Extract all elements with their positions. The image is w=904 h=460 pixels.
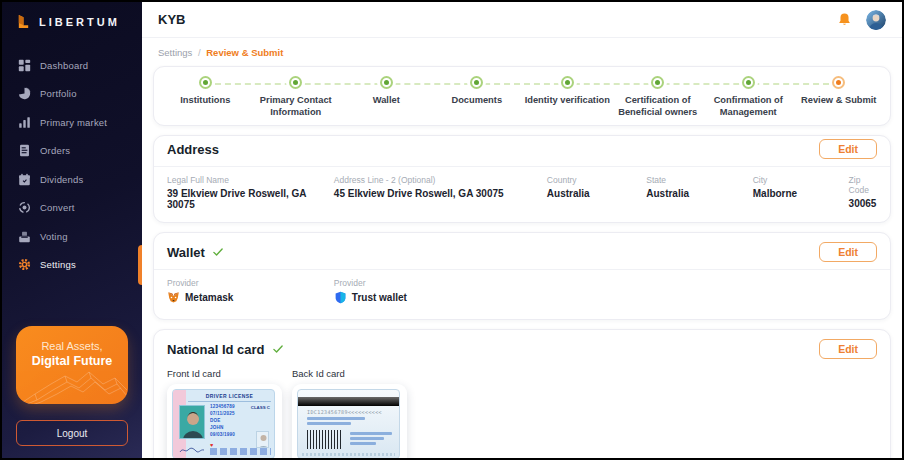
sidebar-item-label: Convert	[40, 202, 75, 213]
orders-icon	[18, 144, 31, 157]
field-legal-full-name: Legal Full Name 39 Elkview Drive Roswell…	[167, 175, 334, 210]
step-dot-done-icon	[199, 76, 212, 89]
field-zip-code: Zip Code 30065	[849, 175, 885, 210]
step-documents[interactable]: Documents	[432, 76, 523, 118]
license-footer-lines	[210, 448, 271, 455]
content-area: Institutions Primary Contact Information…	[142, 65, 902, 458]
metamask-icon	[167, 291, 180, 304]
national-id-edit-button[interactable]: Edit	[819, 339, 877, 359]
step-primary-contact-information[interactable]: Primary Contact Information	[251, 76, 342, 118]
brand-name: LIBERTUM	[39, 16, 120, 28]
convert-icon	[18, 201, 31, 214]
wallet-section-title: Wallet	[167, 245, 224, 260]
primary-market-icon	[18, 116, 31, 129]
step-review-and-submit[interactable]: Review & Submit	[794, 76, 885, 118]
sidebar-nav: Dashboard Portfolio Primary market Order…	[2, 51, 142, 279]
user-avatar[interactable]	[866, 10, 886, 30]
address-edit-button[interactable]: Edit	[819, 139, 877, 159]
wallet-provider-trust-wallet: Provider Trust wallet	[334, 278, 547, 304]
promo-line1: Real Assets,	[26, 340, 118, 352]
back-id-card-label: Back Id card	[292, 368, 407, 379]
brand-logo[interactable]: LIBERTUM	[2, 2, 142, 39]
sidebar-item-label: Portfolio	[40, 88, 77, 99]
libertum-logo-icon	[16, 14, 31, 29]
step-dot-current-icon	[832, 76, 845, 89]
portrait-photo	[179, 405, 205, 439]
field-city: City Malborne	[753, 175, 849, 210]
barcode	[307, 430, 341, 449]
front-id-card-image: DRIVER LICENSE 123456789 07/11/2025 DOE …	[167, 384, 282, 458]
wallet-card: Wallet Edit Provider Metamask	[153, 232, 891, 320]
dividends-icon	[18, 173, 31, 186]
breadcrumb-current: Review & Submit	[206, 47, 283, 58]
sidebar-item-convert[interactable]: Convert	[2, 194, 142, 223]
sidebar-item-dashboard[interactable]: Dashboard	[2, 51, 142, 80]
sidebar-item-label: Voting	[40, 231, 68, 242]
avatar-image	[866, 10, 886, 30]
step-dot-done-icon	[742, 76, 755, 89]
kyb-stepper: Institutions Primary Contact Information…	[160, 76, 884, 118]
perforation-dots	[302, 453, 395, 456]
sidebar-item-label: Orders	[40, 145, 70, 156]
field-address-line-2: Address Line - 2 (Optional) 45 Elkview D…	[334, 175, 547, 210]
driver-license-title: DRIVER LICENSE	[188, 393, 271, 402]
wallet-edit-button[interactable]: Edit	[819, 242, 877, 262]
portfolio-icon	[18, 87, 31, 100]
sidebar: LIBERTUM Dashboard Portfolio Primary mar…	[2, 2, 142, 458]
license-fields: 123456789 07/11/2025 DOE JOHN 09/03/1990	[210, 404, 235, 438]
data-bar	[307, 417, 365, 420]
back-id-card-image: IDC123456789<<<<<<<<<<	[292, 384, 407, 458]
sidebar-item-dividends[interactable]: Dividends	[2, 165, 142, 194]
signature-graphic	[179, 446, 205, 454]
ghost-photo	[256, 431, 269, 448]
data-bars	[350, 430, 391, 445]
sidebar-item-voting[interactable]: Voting	[2, 222, 142, 251]
license-class: CLASS C	[251, 405, 270, 410]
magnetic-stripe	[298, 397, 399, 406]
address-card: Address Edit Legal Full Name 39 Elkview …	[153, 135, 891, 223]
step-institutions[interactable]: Institutions	[160, 76, 251, 118]
notifications-button[interactable]	[837, 12, 852, 27]
sidebar-item-label: Dividends	[40, 174, 84, 185]
trust-wallet-icon	[334, 291, 347, 304]
sidebar-item-label: Settings	[40, 259, 76, 270]
sidebar-item-label: Primary market	[40, 117, 107, 128]
page-title: KYB	[158, 12, 185, 27]
address-section-title: Address	[167, 142, 219, 157]
promo-banner: Real Assets, Digital Future	[16, 326, 128, 404]
promo-line2: Digital Future	[26, 354, 118, 368]
logout-button[interactable]: Logout	[16, 420, 128, 446]
national-id-section-title: National Id card	[167, 342, 284, 357]
step-wallet[interactable]: Wallet	[341, 76, 432, 118]
topbar: KYB	[142, 2, 902, 38]
step-dot-done-icon	[561, 76, 574, 89]
app-window: LIBERTUM Dashboard Portfolio Primary mar…	[0, 0, 904, 460]
bell-icon	[837, 12, 852, 27]
sidebar-item-portfolio[interactable]: Portfolio	[2, 80, 142, 109]
step-dot-done-icon	[380, 76, 393, 89]
wallet-provider-metamask: Provider Metamask	[167, 278, 334, 304]
main-content: KYB Settings / Review &	[142, 2, 902, 458]
dashboard-icon	[18, 59, 31, 72]
check-icon	[272, 343, 284, 355]
step-confirmation-of-management[interactable]: Confirmation of Management	[703, 76, 794, 118]
step-dot-done-icon	[470, 76, 483, 89]
step-identity-verification[interactable]: Identity verification	[522, 76, 613, 118]
step-certification-of-beneficial-owners[interactable]: Certification of Beneficial owners	[613, 76, 704, 118]
front-id-card-label: Front Id card	[167, 368, 282, 379]
breadcrumb-settings[interactable]: Settings	[158, 47, 192, 58]
voting-icon	[18, 230, 31, 243]
field-state: State Australia	[646, 175, 753, 210]
field-country: Country Australia	[547, 175, 646, 210]
sidebar-item-orders[interactable]: Orders	[2, 137, 142, 166]
breadcrumb-separator: /	[198, 47, 201, 58]
sidebar-item-settings[interactable]: Settings	[2, 251, 142, 280]
step-dot-done-icon	[289, 76, 302, 89]
check-icon	[212, 246, 224, 258]
step-dot-done-icon	[651, 76, 664, 89]
settings-icon	[18, 258, 31, 271]
sidebar-item-label: Dashboard	[40, 60, 88, 71]
data-bar	[307, 422, 351, 425]
sidebar-item-primary-market[interactable]: Primary market	[2, 108, 142, 137]
mrz-text: IDC123456789<<<<<<<<<<	[307, 409, 399, 415]
